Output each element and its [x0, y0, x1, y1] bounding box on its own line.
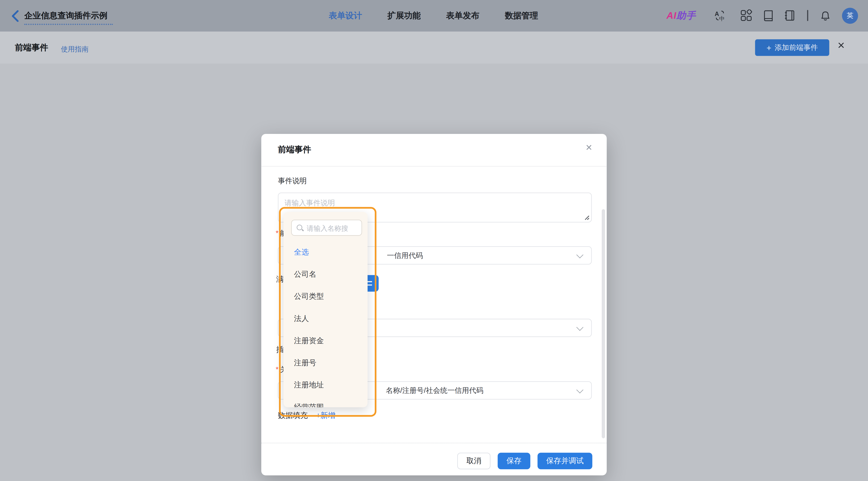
chevron-down-icon [577, 324, 584, 331]
search-icon [297, 225, 304, 232]
apps-grid-icon[interactable] [740, 9, 752, 22]
chevron-down-icon [577, 251, 584, 258]
svg-text:中: 中 [719, 15, 724, 22]
required-mark: * [276, 229, 278, 237]
modal-header: 前端事件 × [261, 134, 607, 167]
save-and-debug-button[interactable]: 保存并调试 [537, 453, 592, 469]
page-close-icon[interactable]: × [838, 38, 845, 53]
page-title: 前端事件 [15, 42, 48, 53]
data-fill-label: 数据填充 [278, 411, 308, 421]
dropdown-option[interactable]: 经营范围 [294, 402, 361, 407]
footer-divider [261, 443, 607, 443]
add-new-label: 新增 [320, 411, 335, 419]
avatar[interactable]: 英 [842, 8, 858, 24]
dropdown-option[interactable]: 注册号 [294, 358, 361, 371]
notification-bell-icon[interactable] [819, 9, 832, 22]
textarea-resize-handle[interactable] [584, 215, 589, 220]
svg-text:A: A [715, 10, 719, 18]
tab-data-management[interactable]: 数据管理 [505, 10, 538, 21]
select-1-value: 一信用代码 [387, 251, 423, 261]
event-description-placeholder: 请输入事件说明 [284, 198, 335, 208]
select-3-value: 名称/注册号/社会统一信用代码 [386, 386, 484, 396]
book-icon[interactable] [762, 9, 774, 22]
chevron-down-icon [577, 386, 584, 393]
translate-icon[interactable]: A 中 [714, 9, 726, 22]
dropdown-option-select-all[interactable]: 全选 [294, 247, 361, 260]
modal-close-icon[interactable]: × [586, 141, 592, 154]
ai-logo-part2: 助手 [677, 10, 696, 21]
hidden-field-label-2: 满 [276, 275, 284, 285]
event-description-label: 事件说明 [278, 176, 307, 186]
back-icon[interactable] [10, 9, 22, 23]
plus-icon: + [316, 411, 320, 419]
tab-form-design[interactable]: 表单设计 [329, 10, 362, 21]
document-title: 企业信息查询插件示例 [24, 10, 107, 21]
tab-form-publish[interactable]: 表单发布 [446, 10, 479, 21]
topbar-divider [807, 10, 808, 21]
dropdown-search-input[interactable]: 请输入名称搜 [291, 220, 362, 236]
dimmed-workspace: 前端事件 × 事件说明 请输入事件说明 *能 一信用代码 [0, 64, 868, 481]
dropdown-option[interactable]: 法人 [294, 314, 361, 327]
hidden-field-label-3: 插 [276, 345, 284, 355]
screen: 企业信息查询插件示例 表单设计 扩展功能 表单发布 数据管理 AI助手 A 中 [0, 0, 868, 481]
frontend-event-modal: 前端事件 × 事件说明 请输入事件说明 *能 一信用代码 [261, 134, 607, 475]
tab-extensions[interactable]: 扩展功能 [388, 10, 421, 21]
save-button[interactable]: 保存 [498, 453, 530, 469]
page-subheader: 前端事件 使用指南 + 添加前端事件 × [0, 32, 868, 64]
dropdown-option[interactable]: 公司名 [294, 269, 361, 283]
modal-title: 前端事件 [278, 145, 311, 155]
dropdown-option[interactable]: 注册地址 [294, 380, 361, 393]
dropdown-option[interactable]: 注册资金 [294, 336, 361, 349]
dropdown-search-placeholder: 请输入名称搜 [307, 224, 360, 233]
dropdown-option[interactable]: 公司类型 [294, 292, 361, 305]
add-new-link[interactable]: +新增 [316, 411, 335, 421]
ai-logo-part1: AI [666, 10, 677, 21]
required-mark: * [276, 365, 278, 374]
add-frontend-event-button[interactable]: + 添加前端事件 [755, 39, 829, 56]
top-navigation-bar: 企业信息查询插件示例 表单设计 扩展功能 表单发布 数据管理 AI助手 A 中 [0, 0, 868, 32]
usage-guide-link[interactable]: 使用指南 [61, 45, 89, 54]
add-frontend-event-label: 添加前端事件 [775, 42, 818, 53]
document-title-underline [24, 24, 113, 25]
plus-icon: + [766, 43, 771, 52]
field-options-dropdown: 请输入名称搜 全选 公司名 公司类型 法人 注册资金 注册号 注册地址 经营范围 [283, 212, 368, 408]
cancel-button[interactable]: 取消 [457, 453, 490, 469]
notebook-icon[interactable] [784, 9, 796, 22]
ai-assistant-button[interactable]: AI助手 [666, 9, 696, 22]
modal-scrollbar-thumb[interactable] [602, 209, 605, 439]
